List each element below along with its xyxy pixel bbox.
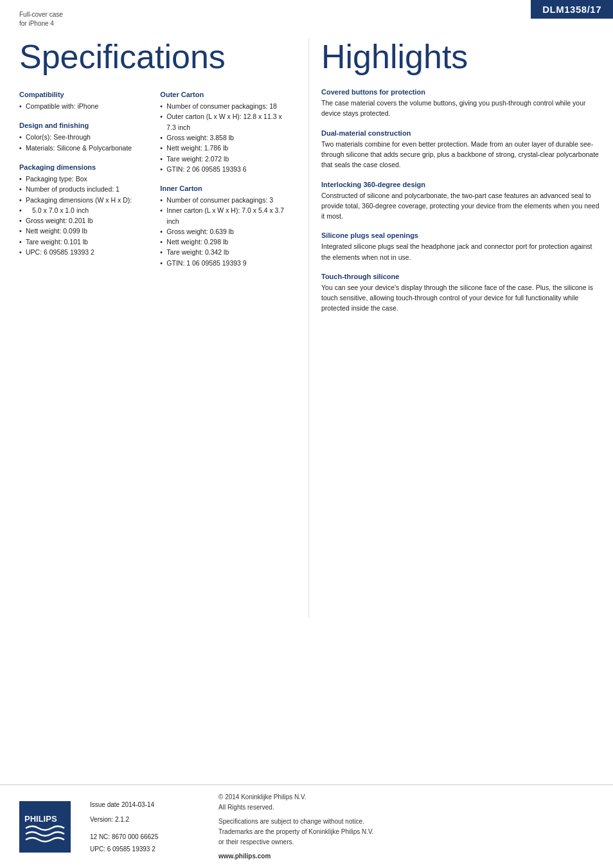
list-item: Packaging type: Box — [19, 174, 154, 184]
compatibility-title: Compatibility — [19, 91, 154, 98]
highlights-title: Highlights — [321, 39, 600, 75]
list-item: GTIN: 1 06 09585 19393 9 — [160, 258, 289, 268]
list-item: Number of consumer packagings: 18 — [160, 101, 289, 111]
footer-issue-label: Issue date — [90, 801, 121, 808]
footer: PHILIPS Issue date 2014-03-14 Version: 2… — [0, 784, 613, 868]
list-item: Nett weight: 0.099 lb — [19, 226, 154, 236]
highlight-body-1: Two materials combine for even better pr… — [321, 139, 600, 170]
list-item: Number of products included: 1 — [19, 184, 154, 194]
footer-upc-label: UPC: — [90, 845, 105, 853]
page-title: Specifications — [19, 39, 289, 75]
list-item: Number of consumer packagings: 3 — [160, 195, 289, 205]
outer-carton-section: Outer Carton Number of consumer packagin… — [160, 91, 289, 174]
packaging-title: Packaging dimensions — [19, 163, 154, 171]
footer-disclaimer: Specifications are subject to change wit… — [218, 817, 374, 847]
compatibility-section: Compatibility Compatible with: iPhone — [19, 91, 154, 111]
product-for: for iPhone 4 — [19, 19, 63, 28]
footer-meta: Issue date 2014-03-14 Version: 2.1.2 12 … — [90, 801, 193, 853]
product-type: Full-cover case — [19, 10, 63, 19]
list-item: Gross weight: 3.858 lb — [160, 132, 289, 143]
product-code: DLM1358/17 — [542, 4, 601, 15]
compatibility-list: Compatible with: iPhone — [19, 101, 154, 111]
list-item: Inner carton (L x W x H): 7.0 x 5.4 x 3.… — [160, 205, 289, 226]
list-item: Tare weight: 0.101 lb — [19, 237, 154, 247]
inner-carton-title: Inner Carton — [160, 185, 289, 192]
list-item: Compatible with: iPhone — [19, 101, 154, 111]
highlight-interlocking: Interlocking 360-degree design Construct… — [321, 181, 600, 222]
list-item: Outer carton (L x W x H): 12.8 x 11.3 x … — [160, 111, 289, 132]
list-item: 5.0 x 7.0 x 1.0 inch — [19, 205, 154, 215]
list-item: Packaging dimensions (W x H x D): — [19, 195, 154, 205]
footer-issue-date: 2014-03-14 — [121, 801, 154, 808]
list-item: Tare weight: 2.072 lb — [160, 154, 289, 164]
highlight-silicone-plugs: Silicone plugs seal openings Integrated … — [321, 231, 600, 262]
design-section: Design and finishing Color(s): See-throu… — [19, 122, 154, 153]
philips-logo: PHILIPS — [19, 801, 71, 853]
footer-version-row: Version: 2.1.2 — [90, 816, 193, 823]
specs-right-panel: Outer Carton Number of consumer packagin… — [154, 91, 289, 278]
highlight-title-4: Touch-through silicone — [321, 273, 600, 280]
footer-version: 2.1.2 — [115, 816, 129, 823]
footer-nc-label: 12 NC: — [90, 833, 110, 840]
footer-version-label: Version: — [90, 816, 113, 823]
packaging-section: Packaging dimensions Packaging type: Box… — [19, 163, 154, 257]
list-item: GTIN: 2 06 09585 19393 6 — [160, 164, 289, 174]
highlight-body-4: You can see your device's display throug… — [321, 282, 600, 314]
highlight-body-3: Integrated silicone plugs seal the headp… — [321, 241, 600, 262]
highlight-touch-through: Touch-through silicone You can see your … — [321, 273, 600, 314]
list-item: Nett weight: 0.298 lb — [160, 237, 289, 247]
product-info: Full-cover case for iPhone 4 — [19, 10, 63, 28]
list-item: Color(s): See-through — [19, 132, 154, 142]
highlight-body-0: The case material covers the volume butt… — [321, 98, 600, 119]
outer-carton-title: Outer Carton — [160, 91, 289, 98]
outer-carton-list: Number of consumer packagings: 18 Outer … — [160, 101, 289, 174]
list-item: UPC: 6 09585 19393 2 — [19, 247, 154, 257]
packaging-list: Packaging type: Box Number of products i… — [19, 174, 154, 257]
footer-right: © 2014 Koninklijke Philips N.V.All Right… — [218, 792, 374, 862]
left-column: Specifications Compatibility Compatible … — [0, 39, 308, 278]
design-title: Design and finishing — [19, 122, 154, 129]
highlight-title-3: Silicone plugs seal openings — [321, 231, 600, 239]
footer-upc-row: UPC: 6 09585 19393 2 — [90, 845, 193, 853]
list-item: Nett weight: 1.786 lb — [160, 143, 289, 153]
inner-carton-list: Number of consumer packagings: 3 Inner c… — [160, 195, 289, 268]
design-list: Color(s): See-through Materials: Silicon… — [19, 132, 154, 153]
highlight-title-2: Interlocking 360-degree design — [321, 181, 600, 188]
footer-website[interactable]: www.philips.com — [218, 851, 374, 862]
list-item: Materials: Silicone & Polycarbonate — [19, 143, 154, 153]
highlight-covered-buttons: Covered buttons for protection The case … — [321, 88, 600, 119]
specs-left-panel: Compatibility Compatible with: iPhone De… — [19, 91, 154, 278]
inner-carton-section: Inner Carton Number of consumer packagin… — [160, 185, 289, 268]
list-item: Gross weight: 0.639 lb — [160, 226, 289, 237]
footer-upc-value: 6 09585 19393 2 — [107, 845, 155, 853]
right-column: Highlights Covered buttons for protectio… — [308, 39, 613, 324]
highlight-body-2: Constructed of silicone and polycarbonat… — [321, 190, 600, 222]
highlight-title-0: Covered buttons for protection — [321, 88, 600, 96]
list-item: Tare weight: 0.342 lb — [160, 247, 289, 257]
page-wrapper: DLM1358/17 Full-cover case for iPhone 4 … — [0, 0, 613, 868]
footer-nc-row: 12 NC: 8670 000 66625 — [90, 833, 193, 840]
svg-text:PHILIPS: PHILIPS — [24, 814, 57, 824]
highlight-title-1: Dual-material construction — [321, 129, 600, 137]
specs-columns: Compatibility Compatible with: iPhone De… — [19, 91, 289, 278]
list-item: Gross weight: 0.201 lb — [19, 215, 154, 226]
highlight-dual-material: Dual-material construction Two materials… — [321, 129, 600, 170]
footer-issue-date-row: Issue date 2014-03-14 — [90, 801, 193, 808]
footer-nc-value: 8670 000 66625 — [112, 833, 158, 840]
product-code-bar: DLM1358/17 — [531, 0, 613, 19]
footer-copyright: © 2014 Koninklijke Philips N.V.All Right… — [218, 792, 374, 813]
